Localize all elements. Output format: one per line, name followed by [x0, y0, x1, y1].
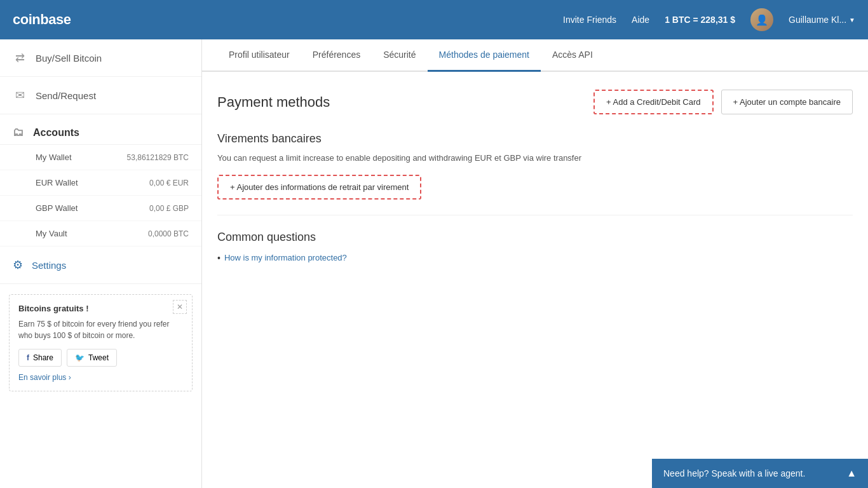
promo-text: Earn 75 $ of bitcoin for every friend yo…	[18, 318, 183, 341]
sidebar-wallet-my-wallet[interactable]: My Wallet 53,86121829 BTC	[0, 145, 201, 170]
tab-payment-methods[interactable]: Méthodes de paiement	[428, 39, 541, 72]
promo-box: ✕ Bitcoins gratuits ! Earn 75 $ of bitco…	[9, 294, 193, 391]
twitter-icon: 🐦	[75, 353, 85, 362]
learn-more-link[interactable]: En savoir plus ›	[18, 373, 183, 382]
settings-icon: ⚙	[13, 258, 23, 272]
top-header: coinbase Invite Friends Aide 1 BTC = 228…	[0, 0, 868, 39]
tab-api[interactable]: Accès API	[541, 39, 604, 72]
sidebar-wallet-eur[interactable]: EUR Wallet 0,00 € EUR	[0, 170, 201, 196]
header-action-buttons: + Add a Credit/Debit Card + Ajouter un c…	[593, 90, 853, 114]
tab-securite[interactable]: Sécurité	[372, 39, 427, 72]
send-request-icon: ✉	[13, 88, 27, 102]
question-item: • How is my information protected?	[217, 253, 853, 263]
page-title: Payment methods	[217, 94, 330, 111]
settings-tabs: Profil utilisateur Préférences Sécurité …	[202, 39, 868, 72]
btc-rate: 1 BTC = 228,31 $	[665, 15, 735, 25]
sidebar-item-settings[interactable]: ⚙ Settings	[0, 247, 201, 284]
header-right: Invite Friends Aide 1 BTC = 228,31 $ 👤 G…	[563, 8, 855, 31]
sidebar: ⇄ Buy/Sell Bitcoin ✉ Send/Request 🗂 Acco…	[0, 39, 202, 488]
tab-preferences[interactable]: Préférences	[301, 39, 372, 72]
accounts-icon: 🗂	[13, 126, 24, 139]
add-bank-button[interactable]: + Ajouter un compte bancaire	[721, 90, 853, 114]
username-menu[interactable]: Guillaume Kl... ▼	[789, 15, 855, 25]
question-link-1[interactable]: How is my information protected?	[224, 253, 347, 262]
help-bar-text: Need help? Speak with a live agent.	[663, 468, 805, 478]
promo-title: Bitcoins gratuits !	[18, 304, 183, 313]
add-card-button[interactable]: + Add a Credit/Debit Card	[593, 90, 714, 114]
avatar[interactable]: 👤	[750, 8, 773, 31]
buy-sell-icon: ⇄	[13, 51, 27, 65]
common-questions-section: Common questions • How is my information…	[217, 231, 853, 263]
wire-transfer-title: Virements bancaires	[217, 132, 853, 146]
add-virement-button[interactable]: + Ajouter des informations de retrait pa…	[217, 175, 421, 200]
chevron-down-icon: ▼	[849, 17, 855, 24]
common-questions-title: Common questions	[217, 231, 853, 244]
chevron-up-icon: ▲	[846, 468, 857, 479]
help-link[interactable]: Aide	[632, 15, 649, 25]
accounts-section-header: 🗂 Accounts	[0, 114, 201, 145]
share-button[interactable]: f Share	[18, 349, 62, 367]
sidebar-wallet-gbp[interactable]: GBP Wallet 0,00 £ GBP	[0, 196, 201, 221]
facebook-icon: f	[27, 353, 29, 362]
sidebar-item-send-request[interactable]: ✉ Send/Request	[0, 77, 201, 114]
tab-profil[interactable]: Profil utilisateur	[217, 39, 301, 72]
payment-methods-content: Payment methods + Add a Credit/Debit Car…	[202, 72, 868, 286]
sidebar-wallet-vault[interactable]: My Vault 0,0000 BTC	[0, 221, 201, 247]
help-bar[interactable]: Need help? Speak with a live agent. ▲	[652, 459, 868, 488]
section-divider	[217, 215, 853, 215]
wire-transfer-desc: You can request a limit increase to enab…	[217, 152, 853, 165]
content-header: Payment methods + Add a Credit/Debit Car…	[217, 90, 853, 114]
bullet-icon: •	[217, 253, 220, 263]
tweet-button[interactable]: 🐦 Tweet	[67, 349, 117, 367]
wire-transfer-section: Virements bancaires You can request a li…	[217, 132, 853, 200]
main-content: Profil utilisateur Préférences Sécurité …	[202, 39, 868, 488]
promo-buttons: f Share 🐦 Tweet	[18, 349, 183, 367]
logo[interactable]: coinbase	[13, 11, 71, 28]
promo-close-button[interactable]: ✕	[173, 300, 187, 314]
main-layout: ⇄ Buy/Sell Bitcoin ✉ Send/Request 🗂 Acco…	[0, 39, 868, 488]
sidebar-item-buy-sell[interactable]: ⇄ Buy/Sell Bitcoin	[0, 39, 201, 77]
invite-friends-link[interactable]: Invite Friends	[563, 15, 616, 25]
